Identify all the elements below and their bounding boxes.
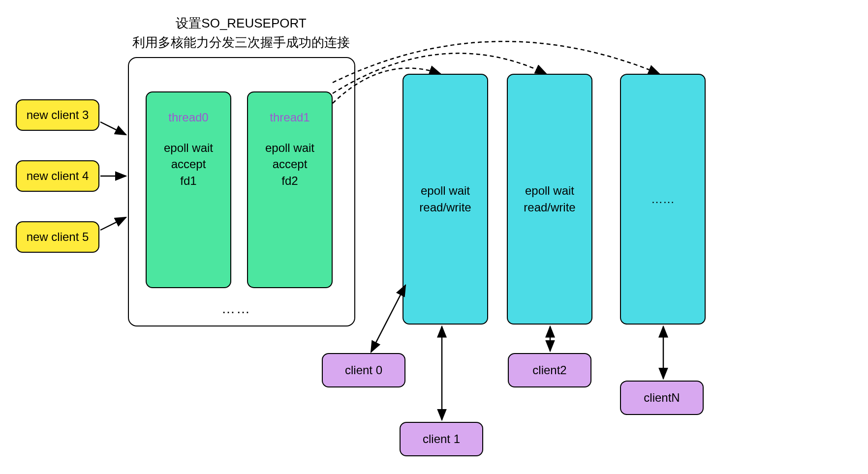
new-client-label: new client 4 bbox=[27, 168, 89, 184]
diagram-title: 设置SO_REUSEPORT 利用多核能力分发三次握手成功的连接 bbox=[118, 14, 364, 52]
worker-ellipsis: …… bbox=[651, 191, 675, 207]
new-client-label: new client 3 bbox=[27, 107, 89, 123]
arrow-newclient3-to-container bbox=[100, 122, 126, 135]
thread-name: thread0 bbox=[168, 109, 208, 126]
client-label: client 0 bbox=[345, 362, 382, 379]
accept-thread-box: thread1 epoll wait accept fd2 bbox=[247, 91, 333, 288]
accept-line: epoll wait bbox=[164, 140, 213, 156]
accept-threads-ellipsis: …… bbox=[221, 301, 251, 317]
worker-thread-box: …… bbox=[620, 74, 706, 325]
client-box: client 1 bbox=[400, 422, 483, 456]
title-line1: 设置SO_REUSEPORT bbox=[118, 14, 364, 33]
accept-line: accept bbox=[273, 156, 308, 173]
new-client-box: new client 5 bbox=[16, 221, 99, 253]
thread-name: thread1 bbox=[270, 109, 310, 126]
accept-line: fd2 bbox=[281, 173, 298, 189]
accept-thread-box: thread0 epoll wait accept fd1 bbox=[146, 91, 231, 288]
client-label: client2 bbox=[532, 362, 566, 379]
client-label: clientN bbox=[644, 389, 680, 406]
new-client-box: new client 4 bbox=[16, 160, 99, 192]
new-client-box: new client 3 bbox=[16, 99, 99, 131]
double-arrow-worker0-client0 bbox=[371, 285, 405, 352]
new-client-label: new client 5 bbox=[27, 229, 89, 245]
accept-line: epoll wait bbox=[265, 140, 314, 156]
title-line2: 利用多核能力分发三次握手成功的连接 bbox=[118, 33, 364, 52]
client-label: client 1 bbox=[423, 431, 460, 447]
client-box: client 0 bbox=[322, 353, 405, 387]
worker-line: read/write bbox=[524, 199, 575, 216]
client-box: clientN bbox=[620, 381, 704, 415]
worker-thread-box: epoll wait read/write bbox=[507, 74, 592, 325]
arrow-newclient5-to-container bbox=[100, 217, 126, 230]
worker-thread-box: epoll wait read/write bbox=[403, 74, 488, 325]
accept-line: accept bbox=[171, 156, 206, 173]
worker-line: epoll wait bbox=[525, 182, 574, 199]
worker-line: read/write bbox=[419, 199, 471, 216]
accept-line: fd1 bbox=[180, 173, 196, 189]
worker-line: epoll wait bbox=[421, 182, 470, 199]
dashed-arrow-to-worker2 bbox=[333, 41, 659, 83]
client-box: client2 bbox=[508, 353, 591, 387]
